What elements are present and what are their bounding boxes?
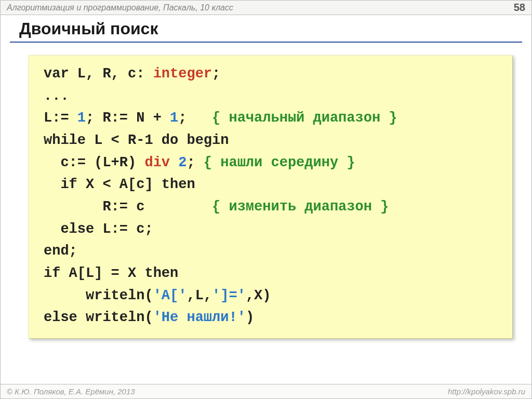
code-text: if X < A[c] then [44,177,195,192]
code-text: c:= (L+R) [44,155,144,170]
literal-number: 1 [77,110,86,126]
code-text: var L, R, c: [44,66,153,82]
code-block: var L, R, c: integer; ... L:= 1; R:= N +… [29,55,513,339]
code-text: ... [44,88,69,104]
code-text [170,155,178,170]
code-text: end; [44,243,77,259]
slide-header: Алгоритмизация и программирование, Паска… [1,1,531,15]
code-text: ; [212,66,220,82]
slide-title: Двоичный поиск [1,15,531,41]
code-text: L:= [44,110,77,126]
code-text: if A[L] = X then [44,265,178,281]
code-text: writeln( [44,288,153,303]
comment: { изменить диапазон } [212,199,389,215]
code-text: ; [187,155,203,170]
code-text: ,L, [187,288,212,303]
code-text: ; R:= N + [86,110,170,126]
literal-number: 1 [170,110,178,126]
keyword-type: integer [153,66,212,82]
title-underline [10,42,522,43]
comment: { начальный диапазон } [212,110,397,126]
string-literal: 'A[' [153,288,187,303]
literal-number: 2 [178,155,187,170]
keyword-op: div [144,155,170,170]
code-text: while L < R-1 do begin [44,132,229,148]
copyright: © К.Ю. Поляков, Е.А. Ерёмин, 2013 [7,387,135,396]
code-text: else writeln( [44,310,153,325]
breadcrumb: Алгоритмизация и программирование, Паска… [7,3,233,12]
page-number: 58 [514,2,525,14]
string-literal: ']=' [212,288,246,303]
comment: { нашли середину } [204,155,355,170]
footer-url: http://kpolyakov.spb.ru [448,387,525,396]
code-text: R:= c [44,199,212,215]
slide-footer: © К.Ю. Поляков, Е.А. Ерёмин, 2013 http:/… [1,384,531,398]
string-literal: 'Не нашли!' [153,310,246,325]
code-text: ,X) [246,288,271,303]
code-text: else L:= c; [44,221,153,237]
code-text: ; [178,110,212,126]
code-text: ) [246,310,254,325]
